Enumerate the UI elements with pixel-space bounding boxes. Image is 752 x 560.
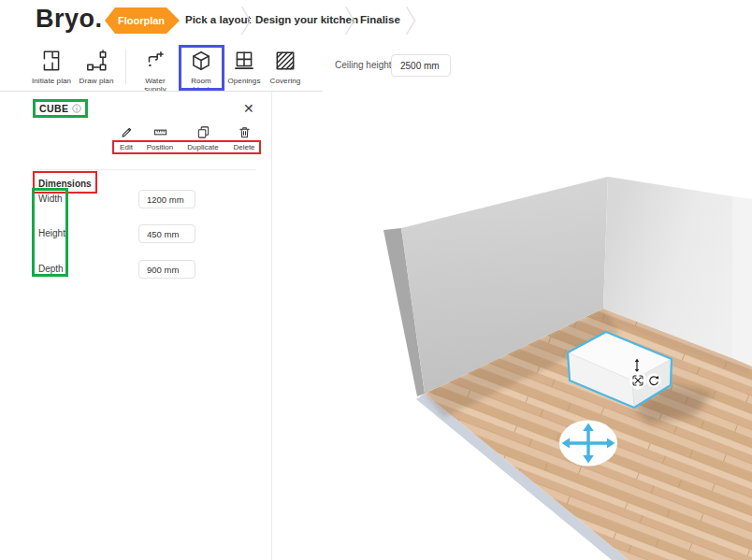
width-label: Width [38,194,63,204]
room-3d-viewport[interactable] [281,93,752,560]
depth-label: Depth [38,264,64,274]
panel-title: CUBE [39,103,68,114]
close-panel-button[interactable]: ✕ [243,101,254,116]
duplicate-button[interactable]: Duplicate [181,125,224,151]
ceiling-height-input[interactable] [391,54,451,77]
brand-logo: Bryo. [36,5,103,34]
room-objects-icon [189,49,213,73]
step-floorplan-label: Floorplan [118,15,165,26]
ceiling-height-label: Ceiling height [335,60,392,70]
covering-button[interactable]: Covering [264,49,307,85]
height-label: Height [38,228,65,238]
move-tool-icon[interactable] [559,421,617,467]
chevron-separator-icon [240,6,252,36]
rotate-handle-icon[interactable] [646,373,661,388]
annotation-box-cube-title: CUBE [33,99,88,118]
draw-plan-button[interactable]: Draw plan [75,49,118,85]
openings-button[interactable]: Openings [223,49,266,85]
app-window: Bryo. Floorplan Pick a layout Design you… [0,0,752,560]
dimensions-section-title: Dimensions [38,179,92,189]
water-supply-icon [143,49,167,73]
water-supply-button[interactable]: Water supply [134,49,177,93]
position-button[interactable]: Position [138,125,181,151]
move-handle-icon[interactable] [629,372,647,390]
step-design-your-kitchen[interactable]: Design your kitchen [255,14,358,25]
step-floorplan[interactable]: Floorplan [105,7,180,34]
openings-icon [232,49,256,73]
chevron-separator-icon [344,6,355,36]
initiate-plan-button[interactable]: Initiate plan [30,49,73,85]
toolbar-group-divider [125,49,126,84]
chevron-separator-icon [405,6,416,36]
info-icon[interactable] [72,104,81,113]
edit-icon [120,125,134,139]
step-finalise[interactable]: Finalise [360,14,400,25]
trash-icon [238,125,252,139]
draw-plan-icon [84,49,108,73]
height-input[interactable] [138,224,195,243]
room-objects-button[interactable]: Room objects [180,49,223,93]
covering-icon [273,49,297,73]
width-input[interactable] [138,190,195,208]
duplicate-icon [196,125,210,139]
object-properties-panel: CUBE ✕ Edit Position Dupl [0,92,272,560]
initiate-plan-icon [39,49,64,73]
delete-button[interactable]: Delete [223,125,266,151]
ruler-icon [153,125,167,139]
right-wall-far-section [732,196,752,366]
annotation-box-dimensions: Dimensions [33,171,97,194]
panel-divider [37,169,256,170]
depth-input[interactable] [138,260,195,279]
